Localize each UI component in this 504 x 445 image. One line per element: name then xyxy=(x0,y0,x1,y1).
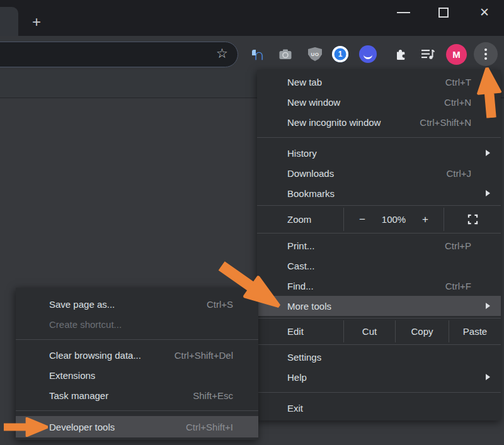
label: Task manager xyxy=(49,390,108,401)
submenu-arrow-icon xyxy=(486,150,490,156)
menu-item-help[interactable]: Help xyxy=(257,367,501,387)
paste-button[interactable]: Paste xyxy=(449,320,501,342)
label: New window xyxy=(287,97,340,108)
menu-edit-row: Edit Cut Copy Paste xyxy=(257,320,501,342)
shortcut: Ctrl+N xyxy=(444,97,471,108)
address-bar[interactable] xyxy=(0,42,238,67)
extensions-puzzle-icon[interactable] xyxy=(392,45,410,63)
maximize-button[interactable] xyxy=(438,8,449,18)
titlebar: × + ✕ xyxy=(0,0,504,36)
label: New incognito window xyxy=(287,117,381,128)
submenu-arrow-icon xyxy=(486,303,490,309)
shortcut: Ctrl+F xyxy=(445,281,471,291)
menu-separator xyxy=(257,318,501,318)
shortcut: Ctrl+Shift+Del xyxy=(175,350,233,361)
1password-glyph: 1 xyxy=(332,46,348,62)
menu-item-exit[interactable]: Exit xyxy=(257,398,501,418)
1password-label: 1 xyxy=(335,49,346,60)
media-queue-icon[interactable] xyxy=(420,45,437,63)
cut-button[interactable]: Cut xyxy=(343,320,395,342)
menu-item-new-window[interactable]: New window Ctrl+N xyxy=(257,92,501,112)
edit-label: Edit xyxy=(257,320,343,342)
menu-item-extensions[interactable]: Extensions xyxy=(16,365,258,385)
menu-item-settings[interactable]: Settings xyxy=(257,347,501,367)
label: Print... xyxy=(287,240,314,251)
menu-separator xyxy=(257,205,501,206)
label: Create shortcut... xyxy=(49,319,122,330)
queue-glyph xyxy=(421,48,435,60)
shortcut: Ctrl+Shift+N xyxy=(420,117,471,128)
shortcut: Ctrl+T xyxy=(445,77,471,87)
menu-item-bookmarks[interactable]: Bookmarks xyxy=(257,183,501,203)
menu-item-create-shortcut: Create shortcut... xyxy=(16,314,258,334)
label: Save page as... xyxy=(49,299,115,310)
menu-item-more-tools[interactable]: More tools xyxy=(257,296,501,316)
shield-glyph: UO xyxy=(308,47,322,61)
ublock-label: UO xyxy=(311,52,319,57)
extension-camera-icon[interactable] xyxy=(277,45,294,63)
pointer-arrow-developer-tools xyxy=(4,417,48,437)
fullscreen-button[interactable] xyxy=(444,208,501,231)
shortcut: Ctrl+S xyxy=(207,299,233,310)
menu-item-print[interactable]: Print... Ctrl+P xyxy=(257,235,501,256)
menu-separator xyxy=(257,137,501,138)
puzzle-glyph xyxy=(394,48,407,60)
menu-separator xyxy=(257,233,501,234)
browser-tab[interactable]: × xyxy=(0,7,18,36)
label: History xyxy=(287,148,317,159)
camera-glyph xyxy=(279,49,292,60)
shortcut: Shift+Esc xyxy=(193,390,233,401)
menu-item-history[interactable]: History xyxy=(257,143,501,163)
label: Developer tools xyxy=(49,422,115,432)
label: Clear browsing data... xyxy=(49,350,141,361)
label: Settings xyxy=(287,352,321,363)
copy-button[interactable]: Copy xyxy=(395,320,449,342)
menu-separator xyxy=(16,339,258,340)
close-button[interactable]: ✕ xyxy=(478,6,491,20)
new-tab-button[interactable]: + xyxy=(28,14,45,31)
menu-item-new-incognito-window[interactable]: New incognito window Ctrl+Shift+N xyxy=(257,112,501,132)
browser-menu-button[interactable] xyxy=(474,42,498,66)
label: Find... xyxy=(287,281,314,291)
extension-arch-icon[interactable]: ∩ xyxy=(250,45,268,63)
bookmark-star-icon[interactable]: ☆ xyxy=(216,46,228,61)
extension-smile-icon[interactable] xyxy=(359,45,377,63)
zoom-in-button[interactable]: + xyxy=(422,213,428,226)
kebab-icon xyxy=(484,48,487,51)
shortcut: Ctrl+Shift+I xyxy=(186,422,233,432)
menu-item-developer-tools[interactable]: Developer tools Ctrl+Shift+I xyxy=(16,416,258,437)
fullscreen-icon xyxy=(467,214,478,225)
label: Exit xyxy=(287,403,303,414)
profile-avatar[interactable]: M xyxy=(446,44,467,65)
menu-item-cast[interactable]: Cast... xyxy=(257,256,501,276)
label: Extensions xyxy=(49,370,95,381)
extension-1password-icon[interactable]: 1 xyxy=(331,45,349,63)
label: Bookmarks xyxy=(287,188,335,199)
menu-item-find[interactable]: Find... Ctrl+F xyxy=(257,276,501,296)
label: Help xyxy=(287,372,307,383)
pointer-arrow-menu-button xyxy=(474,67,504,119)
label: Cast... xyxy=(287,261,314,271)
menu-separator xyxy=(257,344,501,345)
shortcut: Ctrl+P xyxy=(445,240,471,251)
zoom-label: Zoom xyxy=(287,214,311,225)
menu-separator xyxy=(257,392,501,393)
minimize-button[interactable] xyxy=(397,12,410,13)
menu-item-new-tab[interactable]: New tab Ctrl+T xyxy=(257,72,501,92)
menu-item-downloads[interactable]: Downloads Ctrl+J xyxy=(257,163,501,183)
zoom-value: 100% xyxy=(382,214,406,225)
label: Downloads xyxy=(287,168,334,179)
menu-separator xyxy=(16,410,258,411)
menu-item-task-manager[interactable]: Task manager Shift+Esc xyxy=(16,385,258,405)
shortcut: Ctrl+J xyxy=(446,168,471,179)
menu-item-clear-browsing-data[interactable]: Clear browsing data... Ctrl+Shift+Del xyxy=(16,345,258,365)
avatar-label: M xyxy=(452,49,461,60)
zoom-out-button[interactable]: − xyxy=(359,213,365,226)
browser-window: × + ✕ ☆ ∩ UO 1 xyxy=(0,0,504,445)
extension-ublock-icon[interactable]: UO xyxy=(306,45,324,63)
label: New tab xyxy=(287,77,322,87)
chrome-main-menu: New tab Ctrl+T New window Ctrl+N New inc… xyxy=(257,70,501,420)
menu-item-save-page-as[interactable]: Save page as... Ctrl+S xyxy=(16,294,258,314)
menu-item-zoom: Zoom − 100% + xyxy=(257,208,501,231)
more-tools-submenu: Save page as... Ctrl+S Create shortcut..… xyxy=(16,288,258,440)
